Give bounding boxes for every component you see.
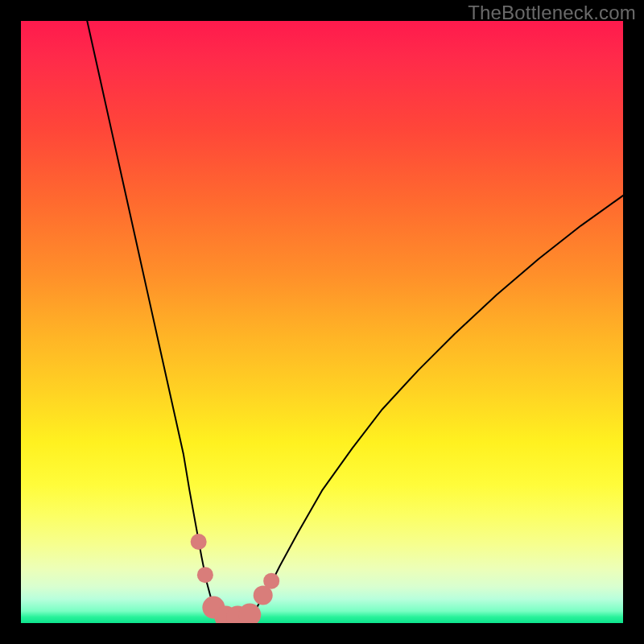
chart-frame: TheBottleneck.com: [0, 0, 644, 644]
watermark-text: TheBottleneck.com: [468, 2, 636, 24]
marker-group: [191, 534, 280, 623]
plot-area: [21, 21, 623, 623]
bottleneck-curve-path: [87, 21, 623, 618]
curve-layer: [21, 21, 623, 623]
valley-marker: [263, 573, 279, 589]
valley-marker: [191, 534, 207, 550]
valley-marker: [197, 567, 213, 583]
bottleneck-curve: [87, 21, 623, 618]
